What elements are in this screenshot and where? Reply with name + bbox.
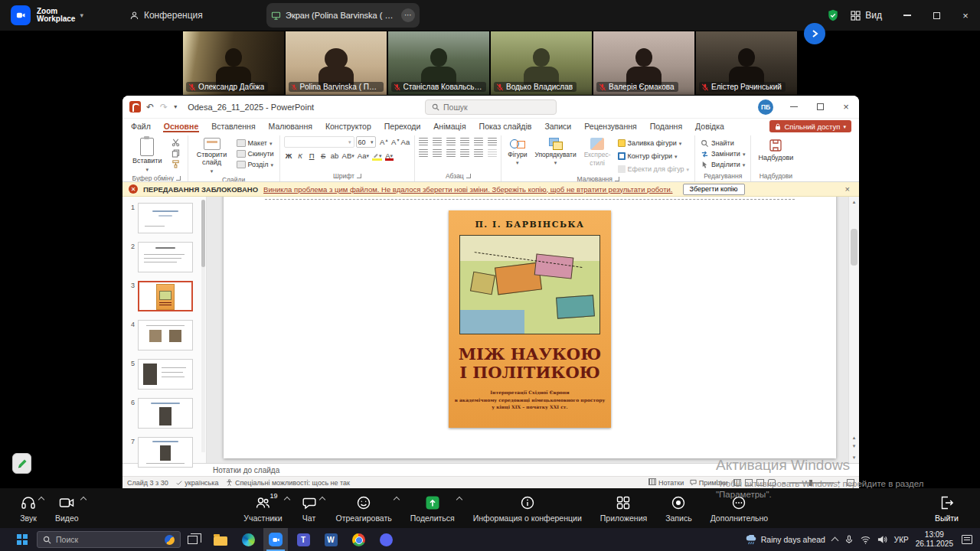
participants-button[interactable]: 19 Участники: [234, 488, 291, 528]
undo-icon[interactable]: ↶: [146, 102, 154, 112]
slide[interactable]: П. І. БАРВІНСЬКА МІЖ НАУКОЮ І ПОЛІТИКОЮ …: [224, 197, 836, 458]
ppt-search-input[interactable]: [443, 103, 543, 112]
apps-button[interactable]: Приложения: [591, 488, 656, 528]
discord-icon[interactable]: [374, 528, 398, 551]
notes-pane[interactable]: Нотатки до слайда: [122, 463, 859, 476]
dialog-launcher-icon[interactable]: [615, 177, 619, 181]
language-status[interactable]: українська: [176, 479, 219, 487]
tab-view[interactable]: Подання: [649, 120, 683, 132]
close-button[interactable]: ×: [951, 0, 980, 31]
warning-close-icon[interactable]: ×: [842, 184, 853, 194]
react-button[interactable]: Отреагировать: [327, 488, 401, 528]
numbering-icon[interactable]: [433, 138, 442, 145]
font-name-combo[interactable]: ▾: [284, 136, 354, 148]
accessibility-status[interactable]: Спеціальні можливості: щось не так: [226, 479, 350, 487]
nav-meeting-tab[interactable]: Конференция: [129, 10, 203, 21]
replace-button[interactable]: Замінити▾: [699, 148, 746, 159]
new-slide-button[interactable]: Створити слайд ▾: [192, 136, 232, 175]
find-button[interactable]: Знайти: [699, 138, 736, 148]
ppt-search-box[interactable]: [425, 99, 557, 115]
shapes-button[interactable]: Фігури▾: [505, 136, 529, 167]
slide-thumb-3-selected[interactable]: 3: [129, 281, 206, 311]
thumbnail-scrollbar[interactable]: [201, 200, 205, 452]
cut-button[interactable]: [168, 138, 184, 148]
line-spacing-icon[interactable]: [474, 138, 483, 145]
start-button[interactable]: [9, 528, 35, 551]
audio-menu-caret[interactable]: [38, 497, 44, 503]
reading-view-icon[interactable]: [756, 479, 764, 486]
chat-button[interactable]: Чат: [292, 488, 327, 528]
slideshow-icon[interactable]: [768, 479, 776, 486]
zoom-knob[interactable]: [809, 480, 812, 486]
font-size-combo[interactable]: 60▾: [356, 136, 376, 148]
slide-thumb-4[interactable]: 4: [129, 320, 206, 350]
zoom-out-icon[interactable]: −: [782, 479, 786, 487]
strikethrough-button[interactable]: S: [318, 150, 328, 161]
tab-more-button[interactable]: ⋯: [401, 8, 415, 22]
tab-file[interactable]: Файл: [130, 120, 152, 132]
next-participants-button[interactable]: [804, 23, 825, 44]
copy-button[interactable]: [168, 148, 184, 158]
video-button[interactable]: Видео: [46, 488, 88, 528]
qat-dropdown-icon[interactable]: ▾: [174, 103, 177, 110]
meeting-info-button[interactable]: Информация о конференции: [464, 488, 591, 528]
redo-icon[interactable]: ↷: [160, 102, 168, 112]
fit-slide-icon[interactable]: [847, 479, 854, 486]
minimize-button[interactable]: [893, 0, 922, 31]
taskbar-clock[interactable]: 13:09 26.11.2025: [916, 530, 953, 549]
screen-share-tab[interactable]: Экран (Polina Barvinska ( Поліна… ⋯: [266, 3, 420, 28]
grow-font-button[interactable]: А▴: [377, 137, 387, 148]
section-button[interactable]: Розділ▾: [235, 159, 276, 170]
reset-button[interactable]: Скинути: [235, 148, 276, 159]
shape-fill-button[interactable]: Заливка фігури▾: [616, 138, 691, 148]
teams-icon[interactable]: [291, 528, 315, 551]
participant-tile[interactable]: Валерія Єрмакова: [593, 31, 694, 95]
audio-button[interactable]: Звук: [11, 488, 46, 528]
tab-transitions[interactable]: Переходи: [384, 120, 422, 132]
scroll-up-icon[interactable]: ▴: [849, 197, 859, 207]
taskbar-search-input[interactable]: [56, 535, 160, 544]
indent-decrease-icon[interactable]: [446, 138, 456, 145]
participant-tile[interactable]: Олександр Дабіжа: [183, 31, 284, 95]
shape-effects-button[interactable]: Ефекти для фігур▾: [616, 164, 691, 174]
participant-tile[interactable]: Водько Владислав: [491, 31, 592, 95]
tab-review[interactable]: Рецензування: [583, 120, 637, 132]
save-copy-button[interactable]: Зберегти копію: [683, 184, 745, 195]
slide-thumb-7[interactable]: 7: [129, 437, 206, 468]
wifi-icon[interactable]: [861, 536, 871, 544]
font-color-button[interactable]: А▾: [384, 150, 394, 161]
tab-animations[interactable]: Анімація: [433, 120, 466, 132]
format-painter-button[interactable]: [168, 159, 184, 169]
book-cover-image[interactable]: П. І. БАРВІНСЬКА МІЖ НАУКОЮ І ПОЛІТИКОЮ …: [449, 210, 611, 428]
record-button[interactable]: Запись: [656, 488, 701, 528]
italic-button[interactable]: К: [296, 150, 305, 161]
participants-menu-caret[interactable]: [283, 497, 289, 503]
clear-format-button[interactable]: Аа: [400, 137, 411, 148]
addins-button[interactable]: Надбудови: [755, 136, 796, 164]
columns-icon[interactable]: [474, 149, 483, 157]
security-shield-icon[interactable]: [826, 8, 840, 22]
change-case-button[interactable]: Аа▾: [357, 150, 370, 161]
slide-thumb-2[interactable]: 2: [129, 242, 206, 272]
paste-button[interactable]: Вставити ▾: [129, 136, 165, 174]
bullets-icon[interactable]: [419, 138, 428, 145]
ppt-minimize-button[interactable]: [781, 96, 807, 119]
indent-increase-icon[interactable]: [460, 138, 469, 145]
tab-slideshow[interactable]: Показ слайдів: [479, 120, 533, 132]
file-explorer-icon[interactable]: [208, 528, 233, 551]
tab-design[interactable]: Конструктор: [325, 120, 372, 132]
share-access-button[interactable]: Спільний доступ ▾: [769, 120, 851, 132]
highlight-color-button[interactable]: ▾: [371, 150, 383, 161]
video-menu-caret[interactable]: [80, 497, 86, 503]
justify-icon[interactable]: [460, 149, 469, 157]
slide-thumb-1[interactable]: 1: [129, 203, 206, 233]
more-button[interactable]: Дополнительно: [701, 488, 778, 528]
leave-button[interactable]: Выйти: [924, 488, 969, 528]
scroll-down-icon[interactable]: ▾: [849, 452, 859, 463]
chrome-icon[interactable]: [346, 528, 371, 551]
tab-help[interactable]: Довідка: [694, 120, 725, 132]
tray-mic-icon[interactable]: [844, 535, 854, 544]
annotation-button[interactable]: [12, 453, 31, 474]
notes-toggle[interactable]: Нотатки: [648, 478, 684, 487]
task-view-button[interactable]: [181, 528, 204, 551]
